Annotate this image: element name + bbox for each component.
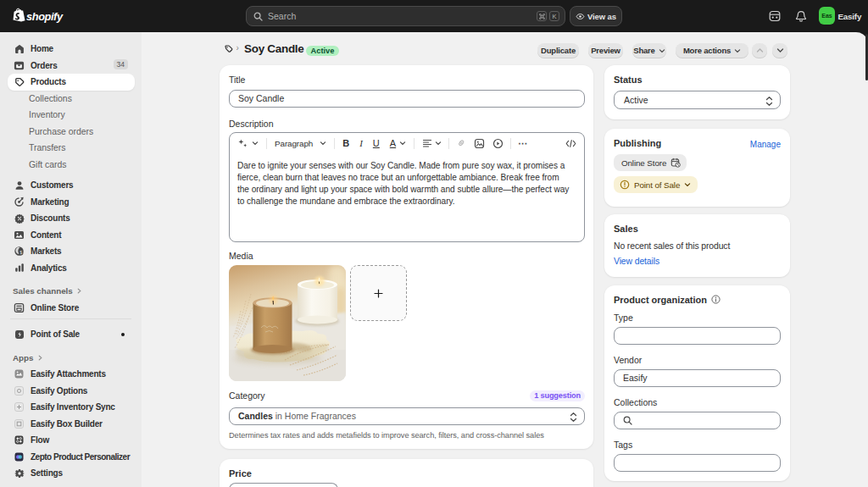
svg-text:$: $	[20, 252, 23, 256]
